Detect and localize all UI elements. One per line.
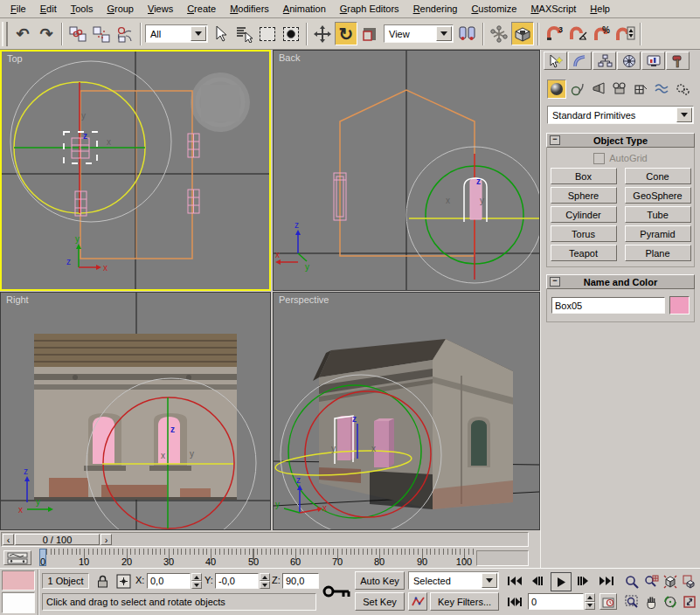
auto-key-button[interactable]: Auto Key (355, 571, 405, 590)
name-color-rollout-header[interactable]: − Name and Color (546, 274, 695, 289)
redo-button[interactable]: ↷ (35, 22, 58, 45)
arc-rotate-button[interactable] (661, 591, 680, 612)
viewport-perspective[interactable]: Perspective (273, 292, 540, 530)
key-mode-toggle[interactable] (504, 594, 525, 610)
menu-file[interactable]: File (3, 2, 33, 17)
zoom-extents-all-button[interactable] (680, 571, 699, 591)
key-filters-button[interactable]: Key Filters... (430, 592, 499, 611)
pyramid-button[interactable]: Pyramid (625, 225, 691, 242)
previous-frame-button-playback[interactable] (528, 573, 547, 589)
object-color-swatch[interactable] (669, 296, 690, 314)
toolbar-grip[interactable] (2, 22, 8, 46)
select-and-move-button[interactable] (311, 22, 334, 45)
next-frame-button-playback[interactable] (573, 573, 593, 589)
select-by-name-button[interactable] (232, 22, 255, 45)
category-cameras[interactable] (610, 79, 629, 99)
viewport-right-label[interactable]: Right (6, 294, 29, 305)
x-coordinate-field[interactable] (147, 573, 191, 589)
tab-motion[interactable] (617, 52, 641, 70)
primitives-category-dropdown[interactable]: Standard Primitives (547, 106, 694, 124)
select-and-rotate-button[interactable]: ↻ (335, 22, 357, 45)
viewport-right[interactable]: Right (0, 292, 271, 530)
menu-maxscript[interactable]: MAXScript (523, 2, 583, 17)
maximize-viewport-toggle[interactable] (680, 591, 699, 612)
rotate-gizmo-outer-ring[interactable] (10, 61, 171, 222)
sphere-button[interactable]: Sphere (551, 187, 617, 204)
viewport-top-canvas[interactable]: y x z y x z (2, 52, 269, 289)
menu-create[interactable]: Create (180, 2, 223, 17)
x-spinner[interactable] (191, 573, 202, 589)
category-systems[interactable] (673, 79, 692, 99)
snaps-toggle-button[interactable] (511, 22, 534, 45)
set-keys-button[interactable] (322, 571, 351, 612)
previous-frame-button[interactable]: ‹ (3, 534, 14, 545)
frame-spinner[interactable] (585, 593, 595, 610)
maxscript-listener-macro[interactable] (2, 570, 35, 591)
unlink-selection-button[interactable] (90, 22, 113, 45)
selection-lock-toggle[interactable] (94, 572, 111, 590)
category-helpers[interactable] (631, 79, 650, 99)
set-key-button[interactable]: Set Key (355, 592, 405, 611)
cylinder-button[interactable]: Cylinder (551, 206, 617, 223)
track-bar-ruler[interactable]: 0 10 20 30 40 50 60 70 80 90 100 (37, 549, 474, 568)
absolute-offset-mode-toggle[interactable] (114, 572, 132, 590)
category-shapes[interactable] (568, 79, 587, 99)
zoom-extents-button[interactable] (661, 571, 680, 591)
torus-button[interactable]: Torus (551, 225, 617, 242)
bind-to-space-warp-button[interactable] (114, 22, 136, 45)
viewport-back-canvas[interactable]: z x y z x y (274, 51, 539, 290)
tab-create[interactable] (544, 52, 567, 70)
z-coordinate-field[interactable] (282, 573, 319, 589)
zoom-all-button[interactable] (641, 571, 661, 591)
viewport-back-label[interactable]: Back (279, 52, 300, 63)
object-name-field[interactable] (551, 297, 665, 314)
spinner-snap-toggle-button[interactable] (613, 22, 636, 45)
dropdown-arrow-icon[interactable] (436, 26, 452, 41)
menu-animation[interactable]: Animation (276, 2, 333, 17)
snap-toggle-3d-button[interactable]: 3 (543, 22, 565, 45)
select-and-scale-button[interactable] (358, 22, 381, 45)
viewport-perspective-label[interactable]: Perspective (279, 294, 329, 305)
reference-coordinate-dropdown[interactable]: View (384, 24, 454, 43)
current-frame-field[interactable] (528, 593, 584, 610)
dropdown-arrow-icon[interactable] (676, 107, 692, 122)
y-coordinate-field[interactable] (215, 573, 259, 589)
plane-button[interactable]: Plane (625, 245, 691, 261)
autogrid-checkbox[interactable] (593, 153, 605, 164)
time-slider-button[interactable]: 0 / 100 (15, 534, 100, 545)
house-textured-wall[interactable] (34, 334, 237, 500)
tab-display[interactable] (641, 52, 665, 70)
box-button[interactable]: Box (551, 168, 617, 184)
mini-curve-editor-button[interactable] (3, 550, 31, 565)
select-and-manipulate-button[interactable] (488, 22, 510, 45)
menu-modifiers[interactable]: Modifiers (223, 2, 276, 17)
menu-rendering[interactable]: Rendering (406, 2, 465, 17)
viewport-top-label[interactable]: Top (7, 53, 23, 64)
viewport-top[interactable]: Top y x z (0, 50, 271, 291)
select-object-button[interactable] (209, 22, 232, 45)
go-to-start-button[interactable] (504, 573, 525, 589)
viewport-back[interactable]: Back z x y z x y (273, 50, 540, 291)
menu-help[interactable]: Help (583, 2, 617, 17)
menu-edit[interactable]: Edit (33, 2, 64, 17)
tube-button[interactable]: Tube (625, 206, 691, 223)
go-to-end-button[interactable] (596, 573, 617, 589)
tab-modify[interactable] (568, 52, 592, 70)
time-configuration-button[interactable] (600, 593, 617, 610)
time-slider-track[interactable]: ‹ 0 / 100 › (1, 532, 529, 547)
menu-graph-editors[interactable]: Graph Editors (333, 2, 406, 17)
menu-tools[interactable]: Tools (64, 2, 100, 17)
viewport-perspective-canvas[interactable]: z y x z x y (274, 293, 539, 529)
pan-button[interactable] (641, 591, 661, 612)
rectangular-selection-region-button[interactable] (256, 22, 279, 45)
category-lights[interactable] (589, 79, 608, 99)
play-animation-button[interactable] (551, 572, 572, 591)
viewport-right-canvas[interactable]: z x y z x y (1, 293, 270, 529)
menu-group[interactable]: Group (100, 2, 141, 17)
selection-filter-dropdown[interactable]: All (145, 24, 208, 43)
percent-snap-toggle-button[interactable]: % (590, 22, 613, 45)
category-geometry[interactable] (547, 79, 566, 99)
cone-button[interactable]: Cone (625, 168, 691, 184)
tab-hierarchy[interactable] (593, 52, 616, 70)
selection-set-dropdown[interactable]: Selected (408, 571, 499, 590)
